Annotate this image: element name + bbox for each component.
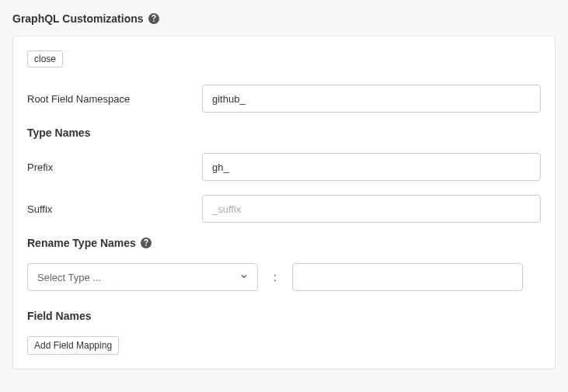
section-title: GraphQL Customizations	[12, 12, 556, 25]
rename-target-input[interactable]	[292, 263, 523, 291]
field-names-heading: Field Names	[27, 310, 541, 322]
add-field-mapping-button[interactable]: Add Field Mapping	[27, 336, 119, 355]
root-field-row: Root Field Namespace	[27, 85, 541, 113]
prefix-label: Prefix	[27, 161, 202, 173]
customizations-panel: close Root Field Namespace Type Names Pr…	[12, 36, 556, 369]
suffix-row: Suffix	[27, 195, 541, 223]
suffix-label: Suffix	[27, 203, 202, 215]
colon-separator: :	[274, 271, 277, 283]
root-field-label: Root Field Namespace	[27, 93, 202, 105]
rename-heading: Rename Type Names	[27, 237, 541, 249]
root-field-input[interactable]	[202, 85, 541, 113]
type-names-heading: Type Names	[27, 127, 541, 139]
close-button[interactable]: close	[27, 50, 63, 68]
help-icon[interactable]	[148, 13, 159, 24]
rename-row: :	[27, 263, 541, 291]
rename-heading-text: Rename Type Names	[27, 237, 136, 249]
prefix-input[interactable]	[202, 153, 541, 181]
type-select-wrapper	[27, 263, 258, 291]
section-title-text: GraphQL Customizations	[12, 12, 144, 25]
help-icon[interactable]	[141, 238, 152, 248]
prefix-row: Prefix	[27, 153, 541, 181]
suffix-input[interactable]	[202, 195, 541, 223]
type-select[interactable]	[27, 263, 258, 291]
